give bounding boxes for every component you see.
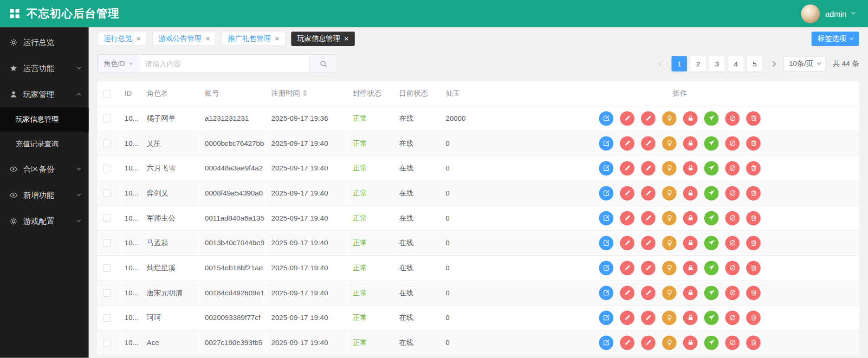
ban-button[interactable] [725,235,739,250]
tag-options-button[interactable]: 标签选项 [811,32,859,46]
bulb-button[interactable] [662,260,676,275]
row-checkbox[interactable] [103,115,111,123]
search-button[interactable] [310,54,337,73]
trash-button[interactable] [746,136,761,150]
edit-button[interactable] [599,286,613,300]
row-checkbox[interactable] [103,289,111,297]
edit-button[interactable] [599,235,613,250]
sidebar-item[interactable]: 游戏配置 [0,208,89,234]
ban-button[interactable] [725,111,739,125]
lock-button[interactable] [683,235,698,250]
trash-button[interactable] [746,211,761,225]
sidebar-item[interactable]: 运营功能 [0,55,89,81]
trash-button[interactable] [746,161,761,175]
close-icon[interactable]: × [206,35,210,43]
row-checkbox[interactable] [103,165,111,173]
pen-button[interactable] [620,235,635,250]
pen-button[interactable] [641,260,655,275]
sort-icon[interactable] [303,90,307,97]
send-button[interactable] [704,286,719,300]
lock-button[interactable] [683,161,698,175]
trash-button[interactable] [746,286,761,300]
bulb-button[interactable] [662,335,676,350]
pen-button[interactable] [641,310,655,325]
trash-button[interactable] [746,111,761,125]
page-size-select[interactable]: 10条/页 [784,56,826,71]
bulb-button[interactable] [662,136,676,150]
sidebar-subitem[interactable]: 充值记录查询 [0,132,89,156]
ban-button[interactable] [725,310,739,325]
bulb-button[interactable] [662,235,676,250]
ban-button[interactable] [725,161,739,175]
trash-button[interactable] [746,260,761,275]
bulb-button[interactable] [662,211,676,225]
pen-button[interactable] [641,111,655,125]
lock-button[interactable] [683,310,698,325]
prev-page-button[interactable] [655,56,667,71]
send-button[interactable] [704,161,719,175]
send-button[interactable] [704,335,719,350]
close-icon[interactable]: × [275,35,279,43]
edit-button[interactable] [599,186,613,200]
row-checkbox[interactable] [103,264,111,272]
pen-button[interactable] [620,286,635,300]
pen-button[interactable] [641,136,655,150]
lock-button[interactable] [683,111,698,125]
edit-button[interactable] [599,111,613,125]
row-checkbox[interactable] [103,339,111,347]
trash-button[interactable] [746,186,761,200]
page-button[interactable]: 3 [709,56,725,71]
pen-button[interactable] [641,211,655,225]
tab[interactable]: 运行总览× [97,32,147,46]
page-button[interactable]: 1 [672,56,687,71]
user-menu[interactable]: admin [801,4,855,23]
sidebar-item[interactable]: 合区备份 [0,156,89,182]
sidebar-subitem[interactable]: 玩家信息管理 [0,107,89,131]
send-button[interactable] [704,136,719,150]
sidebar-item[interactable]: 运行总览 [0,29,89,55]
lock-button[interactable] [683,260,698,275]
send-button[interactable] [704,111,719,125]
pen-button[interactable] [641,161,655,175]
bulb-button[interactable] [662,310,676,325]
edit-button[interactable] [599,260,613,275]
trash-button[interactable] [746,335,761,350]
pen-button[interactable] [620,111,635,125]
lock-button[interactable] [683,335,698,350]
page-button[interactable]: 2 [690,56,706,71]
pen-button[interactable] [620,310,635,325]
send-button[interactable] [704,211,719,225]
ban-button[interactable] [725,286,739,300]
page-button[interactable]: 5 [747,56,762,71]
row-checkbox[interactable] [103,314,111,322]
send-button[interactable] [704,260,719,275]
next-page-button[interactable] [767,56,779,71]
close-icon[interactable]: × [344,35,349,43]
bulb-button[interactable] [662,161,676,175]
pen-button[interactable] [620,211,635,225]
ban-button[interactable] [725,211,739,225]
pen-button[interactable] [620,136,635,150]
tab[interactable]: 游戏公告管理× [152,32,216,46]
ban-button[interactable] [725,186,739,200]
row-checkbox[interactable] [103,140,111,148]
send-button[interactable] [704,235,719,250]
trash-button[interactable] [746,235,761,250]
pen-button[interactable] [620,335,635,350]
tab[interactable]: 玩家信息管理× [291,32,355,46]
bulb-button[interactable] [662,111,676,125]
select-all-checkbox[interactable] [103,90,111,98]
pen-button[interactable] [620,161,635,175]
edit-button[interactable] [599,211,613,225]
ban-button[interactable] [725,136,739,150]
pen-button[interactable] [620,260,635,275]
send-button[interactable] [704,310,719,325]
lock-button[interactable] [683,211,698,225]
bulb-button[interactable] [662,286,676,300]
edit-button[interactable] [599,335,613,350]
trash-button[interactable] [746,310,761,325]
pen-button[interactable] [641,186,655,200]
search-field-select[interactable]: 角色ID [97,54,138,73]
row-checkbox[interactable] [103,215,111,222]
avatar[interactable] [801,4,820,23]
